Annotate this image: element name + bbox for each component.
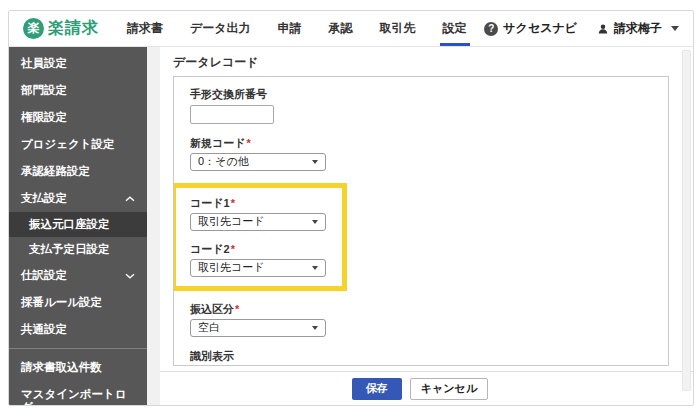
new-code-select-value: 0：その他 <box>198 154 249 169</box>
code2-label: コード2* <box>190 242 330 256</box>
select-caret-icon <box>312 326 318 330</box>
section-title: データレコード <box>173 54 669 71</box>
required-asterisk: * <box>231 243 235 255</box>
code2-select[interactable]: 取引先コード <box>190 259 326 277</box>
save-button[interactable]: 保存 <box>352 378 402 400</box>
sidebar-item-common-settings[interactable]: 共通設定 <box>9 316 147 343</box>
new-code-label: 新規コード* <box>190 136 668 150</box>
form-footer: 保存 キャンセル <box>147 371 693 405</box>
code2-field: コード2* 取引先コード <box>190 242 330 277</box>
logo-text: 楽請求 <box>48 18 99 39</box>
sidebar-item-approval-route-settings[interactable]: 承認経路設定 <box>9 158 147 185</box>
transfer-type-field: 振込区分* 空白 <box>190 302 668 337</box>
sidebar-item-invoice-import-count[interactable]: 請求書取込件数 <box>9 354 147 381</box>
transfer-type-select-value: 空白 <box>198 320 220 335</box>
new-code-select[interactable]: 0：その他 <box>190 153 326 171</box>
sidebar-item-numbering-rule[interactable]: 採番ルール設定 <box>9 289 147 316</box>
nav-data-export[interactable]: データ出力 <box>190 11 251 46</box>
cancel-button[interactable]: キャンセル <box>410 378 488 400</box>
logo-icon: 楽 <box>23 18 44 39</box>
code1-field: コード1* 取引先コード <box>190 196 330 231</box>
select-caret-icon <box>312 220 318 224</box>
code2-select-value: 取引先コード <box>198 260 265 275</box>
new-code-field: 新規コード* 0：その他 <box>190 136 668 171</box>
code1-select[interactable]: 取引先コード <box>190 213 326 231</box>
success-navi-link[interactable]: ? サクセスナビ <box>484 20 577 37</box>
select-caret-icon <box>312 266 318 270</box>
select-caret-icon <box>312 160 318 164</box>
code1-label: コード1* <box>190 196 330 210</box>
form-content: データレコード 手形交換所番号 新規コード* 0：その他 <box>147 47 693 371</box>
sidebar-item-department-settings[interactable]: 部門設定 <box>9 77 147 104</box>
sidebar-item-employee-settings[interactable]: 社員設定 <box>9 50 147 77</box>
required-asterisk: * <box>235 303 239 315</box>
identification-label: 識別表示 <box>190 349 668 363</box>
main-nav: 請求書 データ出力 申請 承認 取引先 設定 <box>127 11 467 46</box>
clearing-house-field: 手形交換所番号 <box>190 87 668 124</box>
success-navi-label: サクセスナビ <box>503 20 577 37</box>
code1-select-value: 取引先コード <box>198 214 265 229</box>
question-icon: ? <box>484 22 498 36</box>
clearing-house-label: 手形交換所番号 <box>190 87 668 101</box>
chevron-down-icon <box>125 273 135 279</box>
required-asterisk: * <box>247 137 251 149</box>
vertical-scrollbar[interactable] <box>682 50 691 391</box>
sidebar-item-project-settings[interactable]: プロジェクト設定 <box>9 131 147 158</box>
transfer-type-label: 振込区分* <box>190 302 668 316</box>
nav-partners[interactable]: 取引先 <box>380 11 416 46</box>
highlight-box: コード1* 取引先コード コード2* 取引先コード <box>173 183 347 291</box>
chevron-up-icon <box>125 196 135 202</box>
sidebar-item-payment-due-date[interactable]: 支払予定日設定 <box>9 237 147 262</box>
identification-field: 識別表示 EDI情報を出力する EDI情報を出力しない <box>190 349 668 367</box>
data-record-panel: 手形交換所番号 新規コード* 0：その他 コード1* <box>173 76 669 366</box>
nav-settings[interactable]: 設定 <box>443 11 467 46</box>
sidebar-item-permission-settings[interactable]: 権限設定 <box>9 104 147 131</box>
settings-sidebar: 社員設定 部門設定 権限設定 プロジェクト設定 承認経路設定 支払設定 振込元口… <box>9 47 147 405</box>
caret-down-icon <box>671 26 679 31</box>
transfer-type-select[interactable]: 空白 <box>190 319 326 337</box>
required-asterisk: * <box>231 197 235 209</box>
sidebar-group-payment-settings[interactable]: 支払設定 <box>9 185 147 212</box>
nav-application[interactable]: 申請 <box>278 11 302 46</box>
nav-approval[interactable]: 承認 <box>329 11 353 46</box>
main-area: データレコード 手形交換所番号 新規コード* 0：その他 <box>147 47 693 405</box>
nav-invoices[interactable]: 請求書 <box>127 11 163 46</box>
header-right: ? サクセスナビ 請求梅子 <box>484 11 679 46</box>
clearing-house-input[interactable] <box>190 105 274 124</box>
user-menu[interactable]: 請求梅子 <box>597 20 679 37</box>
app-logo[interactable]: 楽 楽請求 <box>23 11 99 46</box>
sidebar-item-master-import-log[interactable]: マスタインポートログ <box>9 381 147 405</box>
sidebar-divider <box>9 348 147 349</box>
top-nav-bar: 楽 楽請求 請求書 データ出力 申請 承認 取引先 設定 ? サクセスナビ 請求… <box>9 11 693 47</box>
app-window: 楽 楽請求 請求書 データ出力 申請 承認 取引先 設定 ? サクセスナビ 請求… <box>8 10 694 406</box>
sidebar-group-journal-settings[interactable]: 仕訳設定 <box>9 262 147 289</box>
person-icon <box>597 23 609 35</box>
content-gutter <box>147 47 160 405</box>
sidebar-item-transfer-source-account[interactable]: 振込元口座設定 <box>9 212 147 237</box>
user-name: 請求梅子 <box>614 20 662 37</box>
